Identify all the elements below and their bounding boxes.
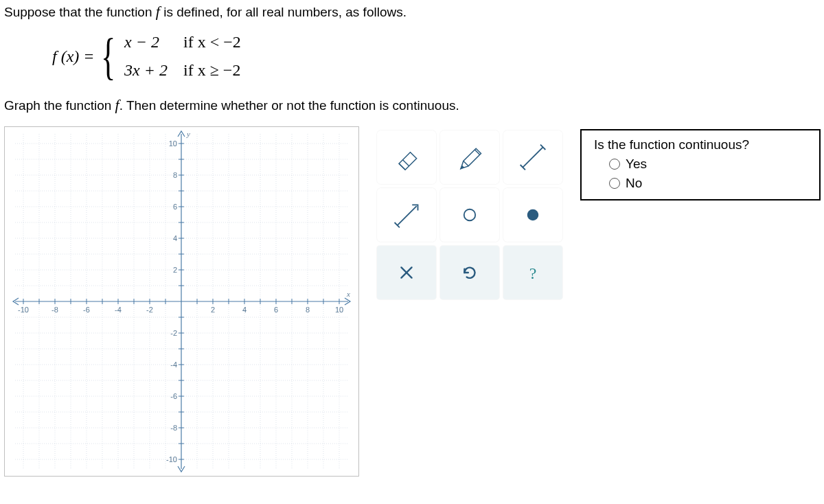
option-no-label: No: [626, 176, 642, 191]
svg-text:-2: -2: [146, 306, 153, 314]
svg-text:8: 8: [173, 171, 177, 179]
svg-text:2: 2: [211, 306, 215, 314]
svg-text:-8: -8: [52, 306, 58, 314]
undo-button[interactable]: [440, 246, 499, 299]
svg-line-104: [523, 147, 542, 167]
svg-text:-8: -8: [170, 424, 177, 432]
svg-text:-10: -10: [18, 306, 29, 314]
undo-icon: [461, 264, 479, 282]
pencil-tool[interactable]: [440, 130, 499, 184]
svg-text:-4: -4: [115, 306, 122, 314]
case1-condition: if x < −2: [183, 33, 241, 51]
ray-icon: [391, 200, 422, 230]
eraser-tool[interactable]: [377, 130, 436, 184]
open-point-tool[interactable]: [440, 188, 499, 242]
pencil-icon: [455, 142, 485, 172]
svg-text:2: 2: [173, 266, 177, 274]
brace-icon: {: [101, 36, 115, 77]
svg-text:6: 6: [274, 306, 278, 314]
option-yes[interactable]: Yes: [609, 157, 808, 172]
case2-condition: if x ≥ −2: [183, 61, 240, 80]
option-no[interactable]: No: [609, 176, 808, 191]
help-icon: ?: [524, 264, 542, 282]
coordinate-graph[interactable]: -10 -8 -6 -4 -2 2 4 6 8 10 10 8 6 4 2 -2…: [4, 126, 359, 477]
svg-text:-10: -10: [166, 455, 177, 463]
piecewise-definition: f (x) = { x − 2 if x < −2 3x + 2 if x ≥ …: [52, 33, 820, 80]
svg-text:?: ?: [529, 264, 537, 282]
piecewise-cases: x − 2 if x < −2 3x + 2 if x ≥ −2: [124, 33, 241, 80]
graph-svg: -10 -8 -6 -4 -2 2 4 6 8 10 10 8 6 4 2 -2…: [5, 127, 358, 476]
svg-text:-6: -6: [170, 392, 177, 400]
eraser-icon: [391, 142, 422, 172]
svg-text:10: 10: [169, 139, 177, 148]
clear-button[interactable]: [377, 246, 436, 299]
intro-text-post: is defined, for all real numbers, as fol…: [160, 5, 407, 19]
segment-closed-tool[interactable]: [503, 130, 562, 184]
svg-text:y: y: [186, 130, 190, 138]
svg-text:6: 6: [173, 203, 177, 211]
intro-text-pre: Suppose that the function: [4, 5, 156, 19]
case2-expression: 3x + 2: [124, 61, 172, 80]
svg-text:x: x: [346, 290, 350, 298]
clear-icon: [398, 264, 415, 282]
question-prompt: Is the function continuous?: [594, 137, 808, 152]
svg-point-109: [464, 209, 476, 221]
instruction-pre: Graph the function: [4, 98, 115, 113]
radio-icon: [609, 159, 620, 170]
closed-point-tool[interactable]: [503, 188, 562, 242]
closed-point-icon: [518, 200, 548, 230]
ray-tool[interactable]: [377, 188, 436, 242]
problem-instruction: Graph the function f. Then determine whe…: [4, 96, 820, 114]
continuity-question: Is the function continuous? Yes No: [580, 129, 821, 201]
instruction-post: . Then determine whether or not the func…: [119, 98, 459, 113]
problem-intro: Suppose that the function f is defined, …: [4, 3, 820, 21]
svg-text:4: 4: [173, 234, 177, 242]
piecewise-lhs: f (x) =: [52, 47, 95, 66]
radio-icon: [609, 178, 620, 189]
svg-text:-6: -6: [83, 306, 90, 314]
svg-text:8: 8: [306, 306, 310, 314]
svg-point-110: [527, 209, 539, 221]
svg-text:4: 4: [242, 306, 247, 314]
case1-expression: x − 2: [124, 33, 172, 51]
segment-closed-icon: [518, 142, 548, 172]
svg-text:10: 10: [335, 306, 343, 314]
svg-text:-4: -4: [170, 360, 177, 369]
tool-palette: ?: [373, 126, 566, 303]
svg-text:-2: -2: [170, 329, 177, 337]
open-point-icon: [455, 200, 485, 230]
svg-line-107: [398, 206, 417, 225]
option-yes-label: Yes: [626, 157, 647, 172]
help-button[interactable]: ?: [503, 246, 562, 299]
